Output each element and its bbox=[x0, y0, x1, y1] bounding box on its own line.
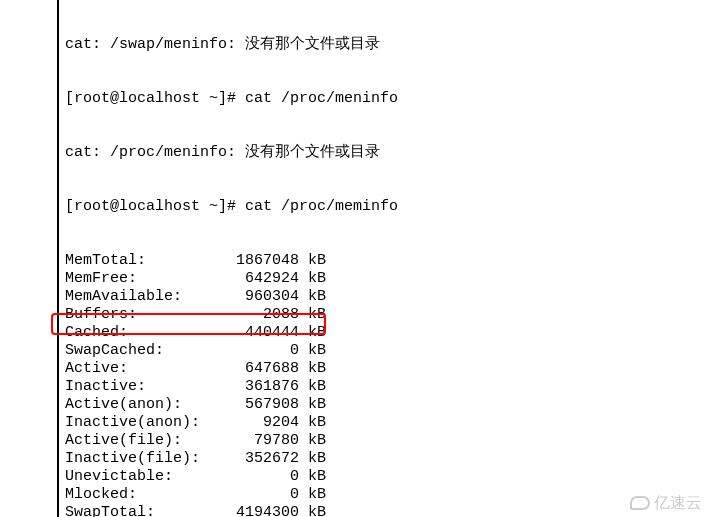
meminfo-row: Active(anon): 567908 kB bbox=[65, 396, 398, 414]
shell-prompt-line: [root@localhost ~]# cat /proc/meninfo bbox=[65, 90, 398, 108]
meminfo-row: Inactive(file): 352672 kB bbox=[65, 450, 398, 468]
meminfo-row: Cached: 440444 kB bbox=[65, 324, 398, 342]
meminfo-row: Active: 647688 kB bbox=[65, 360, 398, 378]
meminfo-row: MemAvailable: 960304 kB bbox=[65, 288, 398, 306]
meminfo-row: Mlocked: 0 kB bbox=[65, 486, 398, 504]
terminal-line: cat: /swap/meninfo: 没有那个文件或目录 bbox=[65, 36, 398, 54]
meminfo-row: Buffers: 2088 kB bbox=[65, 306, 398, 324]
meminfo-row: Active(file): 79780 kB bbox=[65, 432, 398, 450]
terminal-line: cat: /proc/meninfo: 没有那个文件或目录 bbox=[65, 144, 398, 162]
meminfo-row: Inactive: 361876 kB bbox=[65, 378, 398, 396]
shell-prompt-line: [root@localhost ~]# cat /proc/meminfo bbox=[65, 198, 398, 216]
left-border-line bbox=[57, 0, 59, 517]
meminfo-row: MemTotal: 1867048 kB bbox=[65, 252, 398, 270]
meminfo-row: SwapCached: 0 kB bbox=[65, 342, 398, 360]
meminfo-row: Unevictable: 0 kB bbox=[65, 468, 398, 486]
watermark: 亿速云 bbox=[630, 494, 702, 512]
watermark-cloud-icon bbox=[630, 496, 650, 510]
meminfo-row: MemFree: 642924 kB bbox=[65, 270, 398, 288]
meminfo-row: SwapTotal: 4194300 kB bbox=[65, 504, 398, 517]
terminal-output: cat: /swap/meninfo: 没有那个文件或目录 [root@loca… bbox=[65, 0, 398, 517]
watermark-text: 亿速云 bbox=[654, 494, 702, 512]
meminfo-row: Inactive(anon): 9204 kB bbox=[65, 414, 398, 432]
